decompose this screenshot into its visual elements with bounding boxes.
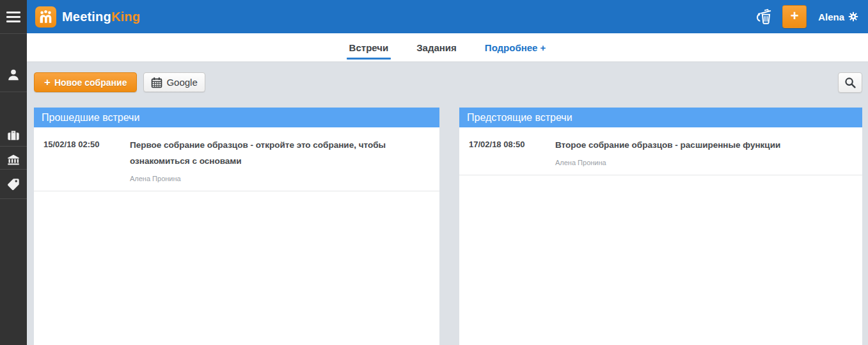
meeting-datetime: 17/02/18 08:50 — [469, 138, 555, 166]
sidebar-divider — [0, 198, 27, 199]
google-button-label: Google — [166, 77, 197, 88]
sidebar-divider — [0, 146, 27, 147]
new-meeting-label: Новое собрание — [54, 77, 127, 88]
meetingking-logo-icon — [35, 6, 56, 28]
brand-name-meeting: Meeting — [62, 10, 111, 24]
tab-bar: Встречи Задания Подробнее + — [27, 33, 868, 62]
left-sidebar — [0, 0, 27, 345]
tab-tasks[interactable]: Задания — [414, 33, 459, 61]
meeting-organizer: Алена Пронина — [555, 159, 853, 166]
header-actions: + Alena — [753, 5, 868, 28]
upcoming-meetings-header: Предстоящие встречи — [459, 108, 862, 127]
search-icon — [844, 77, 856, 88]
sidebar-divider — [0, 169, 27, 170]
meeting-info: Второе собрание образцов - расширенные ф… — [555, 138, 853, 166]
past-meetings-panel: Прошедшие встречи 15/02/18 02:50 Первое … — [34, 108, 439, 345]
meeting-row[interactable]: 15/02/18 02:50 Первое собрание образцов … — [34, 127, 439, 191]
app-logo[interactable]: MeetingKing — [35, 6, 140, 28]
meeting-info: Первое собрание образцов - откройте это … — [130, 138, 430, 182]
tab-more[interactable]: Подробнее + — [482, 33, 549, 61]
trash-restore-icon[interactable] — [753, 6, 775, 28]
meeting-row[interactable]: 17/02/18 08:50 Второе собрание образцов … — [459, 127, 862, 175]
tag-icon[interactable] — [6, 177, 20, 191]
sidebar-divider — [0, 92, 27, 92]
panels-row: Прошедшие встречи 15/02/18 02:50 Первое … — [34, 108, 862, 345]
meeting-datetime: 15/02/18 02:50 — [43, 138, 130, 182]
meeting-title: Второе собрание образцов - расширенные ф… — [555, 137, 843, 153]
user-icon[interactable] — [6, 68, 20, 82]
meeting-organizer: Алена Пронина — [130, 175, 430, 182]
brand-name-king: King — [111, 10, 140, 24]
add-meeting-button[interactable]: + — [782, 5, 807, 28]
past-meetings-header: Прошедшие встречи — [34, 108, 439, 127]
briefcase-icon[interactable] — [6, 127, 20, 141]
sidebar-divider — [0, 33, 27, 34]
new-meeting-button[interactable]: + Новое собрание — [34, 72, 137, 92]
calendar-icon — [151, 77, 162, 88]
toolbar: + Новое собрание Google — [34, 72, 862, 92]
menu-icon[interactable] — [0, 0, 27, 33]
google-calendar-button[interactable]: Google — [143, 72, 205, 92]
user-menu[interactable]: Alena — [818, 12, 858, 22]
gear-icon — [848, 12, 858, 22]
top-header: MeetingKing + Alena — [27, 0, 868, 33]
bank-icon[interactable] — [6, 152, 20, 166]
tab-meetings[interactable]: Встречи — [347, 33, 391, 61]
upcoming-meetings-panel: Предстоящие встречи 17/02/18 08:50 Второ… — [459, 108, 862, 345]
user-name: Alena — [818, 12, 844, 22]
main-content: + Новое собрание Google — [27, 62, 868, 345]
search-button[interactable] — [838, 72, 862, 93]
meeting-title: Первое собрание образцов - откройте это … — [130, 137, 418, 169]
plus-icon: + — [44, 76, 51, 89]
brand-name: MeetingKing — [62, 10, 140, 24]
